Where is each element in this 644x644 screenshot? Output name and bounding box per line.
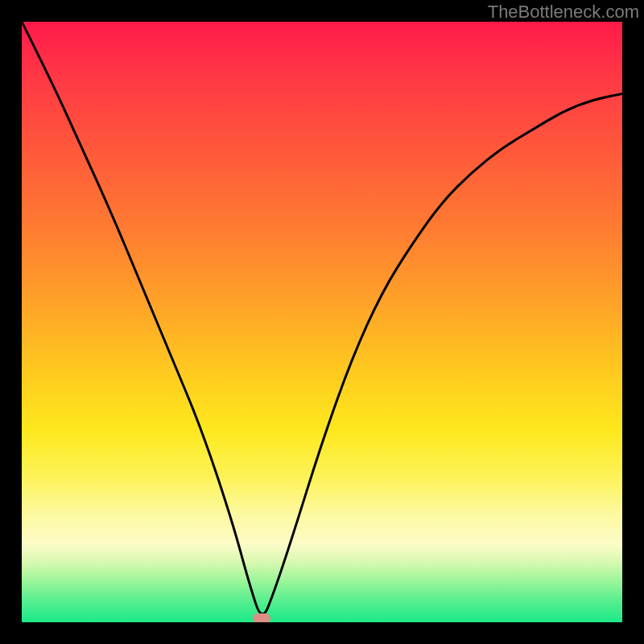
plot-area bbox=[22, 22, 622, 622]
watermark-text: TheBottleneck.com bbox=[488, 2, 639, 23]
bottleneck-curve bbox=[22, 22, 622, 622]
minimum-marker bbox=[253, 613, 270, 622]
chart-frame: TheBottleneck.com bbox=[0, 0, 644, 644]
